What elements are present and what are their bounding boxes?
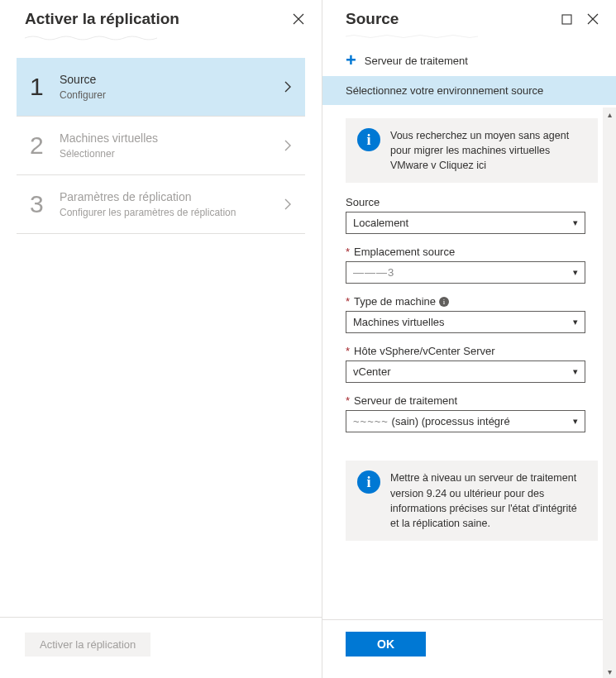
field-label: Type de machine [354, 295, 436, 308]
form-area: i Vous recherchez un moyen sans agent po… [322, 105, 616, 619]
scroll-down-icon[interactable]: ▾ [603, 665, 616, 678]
required-marker: * [346, 394, 350, 407]
step-subtitle: Sélectionner [60, 148, 284, 160]
maximize-icon[interactable] [560, 12, 573, 26]
command-bar: + Serveur de traitement [322, 46, 616, 76]
close-icon[interactable] [292, 12, 305, 26]
required-marker: * [346, 345, 350, 357]
right-header: Source [322, 0, 616, 31]
step-number: 3 [30, 190, 60, 218]
chevron-right-icon [284, 140, 292, 151]
activate-replication-button[interactable]: Activer la réplication [25, 633, 150, 657]
chevron-down-icon: ▾ [573, 217, 578, 228]
ok-button[interactable]: OK [346, 632, 426, 657]
select-value: ~~~~~ (sain) (processus intégré [353, 415, 510, 427]
svg-rect-0 [562, 15, 571, 24]
left-footer: Activer la réplication [0, 617, 322, 678]
required-marker: * [346, 295, 350, 308]
select-value: Machines virtuelles [353, 316, 445, 328]
right-title: Source [346, 10, 399, 28]
step-parametres-replication[interactable]: 3 Paramètres de réplication Configurer l… [17, 175, 305, 234]
info-agentless-text: Vous recherchez un moyen sans agent pour… [390, 128, 586, 173]
decorative-scribble [25, 35, 297, 43]
left-header: Activer la réplication [0, 0, 322, 35]
step-title: Machines virtuelles [60, 131, 284, 145]
field-label: Serveur de traitement [354, 394, 457, 407]
chevron-right-icon [284, 198, 292, 210]
step-machines-virtuelles[interactable]: 2 Machines virtuelles Sélectionner [17, 117, 305, 175]
chevron-down-icon: ▾ [573, 317, 578, 327]
command-add-process-server[interactable]: Serveur de traitement [365, 55, 468, 67]
select-type-machine[interactable]: Machines virtuelles ▾ [346, 311, 585, 333]
select-hote-vsphere[interactable]: vCenter ▾ [346, 360, 585, 383]
plus-icon[interactable]: + [346, 53, 356, 68]
chevron-down-icon: ▾ [573, 267, 578, 278]
select-value: Localement [353, 217, 408, 229]
field-serveur-traitement: *Serveur de traitement ~~~~~ (sain) (pro… [346, 394, 598, 432]
field-label: Emplacement source [354, 246, 455, 258]
select-emplacement[interactable]: ———3 ▾ [346, 261, 585, 284]
select-value: vCenter [353, 365, 391, 378]
step-title: Paramètres de réplication [60, 190, 284, 203]
step-number: 2 [30, 131, 60, 160]
info-agentless: i Vous recherchez un moyen sans agent po… [346, 118, 598, 183]
scroll-up-icon[interactable]: ▴ [603, 107, 616, 121]
close-icon[interactable] [586, 12, 599, 26]
scrollbar[interactable]: ▴ ▾ [603, 107, 616, 678]
step-source[interactable]: 1 Source Configurer [17, 58, 305, 117]
field-emplacement: *Emplacement source ———3 ▾ [346, 246, 598, 284]
decorative-scribble [346, 33, 593, 41]
select-value: ———3 [353, 266, 394, 279]
info-icon[interactable]: i [439, 297, 449, 307]
left-panel: Activer la réplication 1 Source Configur… [0, 0, 322, 678]
step-title: Source [60, 73, 284, 86]
required-marker: * [346, 246, 350, 258]
chevron-down-icon: ▾ [573, 366, 578, 377]
step-subtitle: Configurer [60, 89, 284, 101]
chevron-down-icon: ▾ [573, 416, 578, 427]
info-icon: i [357, 470, 380, 494]
step-subtitle: Configurer les paramètres de réplication [60, 207, 284, 218]
info-upgrade: i Mettre à niveau un serveur de traiteme… [346, 461, 598, 541]
select-source[interactable]: Localement ▾ [346, 212, 585, 234]
field-type-machine: *Type de machinei Machines virtuelles ▾ [346, 295, 598, 333]
info-icon: i [357, 128, 380, 151]
select-serveur-traitement[interactable]: ~~~~~ (sain) (processus intégré ▾ [346, 410, 585, 432]
field-source: Source Localement ▾ [346, 196, 598, 234]
step-number: 1 [30, 73, 60, 101]
info-upgrade-text: Mettre à niveau un serveur de traitement… [390, 470, 586, 531]
subhead-band: Sélectionnez votre environnement source [322, 76, 616, 105]
steps-list: 1 Source Configurer 2 Machines virtuelle… [0, 50, 322, 678]
right-panel: Source + Serveur de traitement Sélection… [322, 0, 616, 678]
field-label: Source [346, 196, 598, 208]
right-footer: OK [322, 619, 616, 678]
field-hote-vsphere: *Hôte vSphere/vCenter Server vCenter ▾ [346, 345, 598, 383]
chevron-right-icon [284, 81, 292, 93]
field-label: Hôte vSphere/vCenter Server [354, 345, 495, 357]
left-title: Activer la réplication [25, 10, 179, 28]
